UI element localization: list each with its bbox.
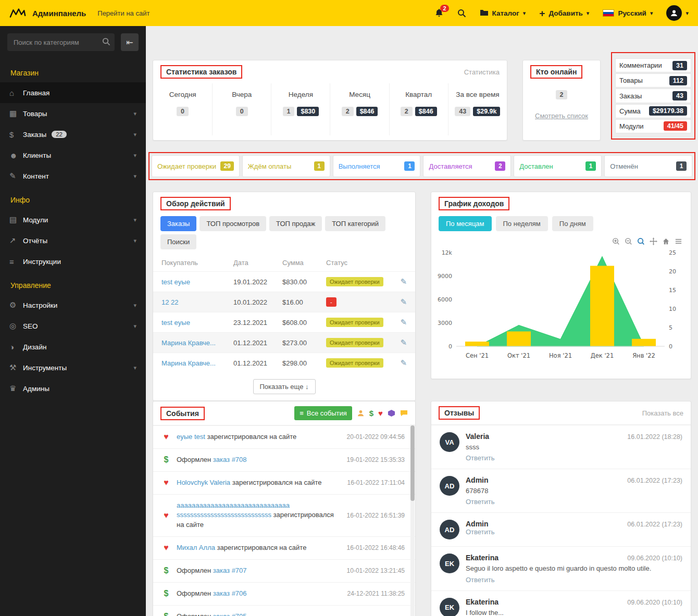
notifications-badge: 2 [440,5,448,12]
income-chart[interactable]: 12k90006000300002520151050Сен '21Окт '21… [434,246,687,362]
menu-icon[interactable] [675,237,682,245]
status-card-in-progress[interactable]: Выполняется 1 [333,155,421,177]
event-link[interactable]: eyыe test [177,433,205,441]
tab-top-sales[interactable]: ТОП продаж [269,216,322,231]
sidebar-item-klienty[interactable]: ☻ Клиенты ▾ [0,145,146,166]
button-by-week[interactable]: По неделям [496,216,548,231]
sidebar-item-otchety[interactable]: ↗ Отчёты ▾ [0,230,146,251]
pan-icon[interactable] [650,237,657,245]
catalog-menu[interactable]: Каталог ▾ [480,9,526,18]
user-menu[interactable]: ▾ [666,5,689,21]
sidebar-item-adminy[interactable]: ♛ Админы [0,378,146,399]
customer-link[interactable]: test eyыe [161,319,233,326]
table-row: Марина Кравче... 01.12.2021 $298.00 Ожид… [153,353,415,373]
sidebar-item-kontent[interactable]: ✎ Контент ▾ [0,166,146,186]
add-menu[interactable]: + Добавить ▾ [539,8,589,18]
avatar: AD [440,476,459,496]
logo-icon[interactable] [9,7,26,19]
edit-icon[interactable]: ✎ [391,338,407,347]
event-link[interactable]: Holovchyk Valeria [177,479,230,486]
chevron-down-icon: ▾ [133,302,136,309]
review-date: 09.06.2020 (10:10) [627,599,682,606]
show-all-link[interactable]: Показать все [642,409,683,417]
totals-row-comments[interactable]: Комментарии 31 [615,58,691,72]
zoom-out-icon[interactable] [625,237,632,245]
sidebar-item-glavnaya[interactable]: ⌂ Главная [0,82,146,103]
zoom-select-icon[interactable] [637,237,645,245]
event-link[interactable]: заказ #706 [213,589,247,597]
reply-link[interactable]: Ответить [466,528,495,536]
tab-top-categories[interactable]: ТОП категорий [325,216,385,231]
svg-text:Янв '22: Янв '22 [632,352,655,359]
sidebar-item-instrumenty[interactable]: ⚒ Инструменты ▾ [0,357,146,378]
home-icon[interactable] [662,237,670,245]
status-card-cancelled[interactable]: Отменён 1 [604,155,692,177]
status-card-delivering[interactable]: Доставляется 2 [423,155,511,177]
status-card-delivered[interactable]: Доставлен 1 [514,155,602,177]
show-more-button[interactable]: Показать еще ↓ [253,379,316,394]
svg-text:20: 20 [669,268,676,275]
totals-row-orders[interactable]: Заказы 43 [615,89,691,103]
all-events-button[interactable]: ≡ Все события [294,406,352,420]
customer-link[interactable]: 12 22 [161,298,233,306]
status-card-awaiting-payment[interactable]: Ждём оплаты 1 [242,155,330,177]
status-card-awaiting-check[interactable]: Ожидает проверки 29 [152,155,240,177]
sidebar-item-nastroyki[interactable]: ⚙ Настройки ▾ [0,295,146,316]
tab-orders[interactable]: Заказы [160,216,196,231]
edit-icon[interactable]: ✎ [391,297,407,307]
count-badge: 2 [342,107,354,116]
filter-comments-icon[interactable] [400,409,408,417]
search-icon[interactable] [457,9,466,18]
totals-row-products[interactable]: Товары 112 [615,73,691,87]
totals-row-sum[interactable]: Сумма $29179.38 [615,104,691,118]
sidebar-item-seo[interactable]: ◎ SEO ▾ [0,316,146,336]
scrollbar-thumb[interactable] [410,425,415,501]
edit-icon[interactable]: ✎ [391,358,407,368]
totals-row-modules[interactable]: Модули 41/45 [615,119,691,133]
scrollbar[interactable] [410,424,415,616]
notifications-bell-icon[interactable]: 2 [434,8,444,18]
event-link[interactable]: Михал Алла [177,544,215,551]
sidebar-item-dizayn[interactable]: ◑ Дизайн [0,336,146,357]
button-by-month[interactable]: По месяцам [439,216,492,231]
button-by-day[interactable]: По дням [552,216,593,231]
chevron-down-icon: ▾ [685,10,689,17]
count-badge: 43 [455,107,470,116]
event-row: $ Оформлен заказ #706 24-12-2021 11:38:2… [153,582,415,605]
reply-link[interactable]: Ответить [466,454,495,462]
language-menu[interactable]: Русский ▾ [603,9,653,17]
edit-icon[interactable]: ✎ [391,318,407,327]
goto-site-link[interactable]: Перейти на сайт [97,9,149,17]
filter-registrations-icon[interactable]: ♥ [378,409,383,418]
reply-link[interactable]: Ответить [466,498,495,506]
sidebar-item-instrukcii[interactable]: ≡ Инструкции [0,251,146,272]
statistics-link[interactable]: Статистика [464,68,500,76]
dollar-icon: $ [161,612,171,616]
who-online-card: Кто онлайн 2 Смотреть список [522,60,601,141]
event-link[interactable]: заказ #705 [213,612,247,616]
category-search-input[interactable] [7,33,115,51]
svg-text:Сен '21: Сен '21 [466,352,489,359]
avatar: EK [440,598,459,616]
customer-link[interactable]: Марина Кравче... [161,359,233,367]
zoom-in-icon[interactable] [612,237,620,245]
edit-icon[interactable]: ✎ [391,277,407,286]
sidebar-collapse-button[interactable]: ⇤ [121,33,139,51]
view-list-link[interactable]: Смотреть список [535,112,588,120]
sidebar-item-zakazy[interactable]: $ Заказы 22 ▾ [0,124,146,145]
reply-link[interactable]: Ответить [466,576,495,584]
customer-link[interactable]: Марина Кравче... [161,339,233,347]
tab-searches[interactable]: Поиски [160,234,196,249]
event-link[interactable]: заказ #707 [213,567,247,574]
sidebar-item-tovary[interactable]: ▦ Товары ▾ [0,103,146,124]
filter-orders-icon[interactable]: $ [369,409,373,418]
tab-top-views[interactable]: ТОП просмотров [200,216,266,231]
sidebar-item-moduli[interactable]: ▤ Модули ▾ [0,209,146,230]
count-badge: 0 [236,107,248,116]
event-link[interactable]: заказ #708 [213,456,247,463]
svg-text:6000: 6000 [438,296,452,303]
filter-user-icon[interactable] [357,409,365,417]
customer-link[interactable]: test eyыe [161,278,233,286]
filter-products-icon[interactable] [388,409,395,417]
count-badge: 0 [177,107,189,116]
